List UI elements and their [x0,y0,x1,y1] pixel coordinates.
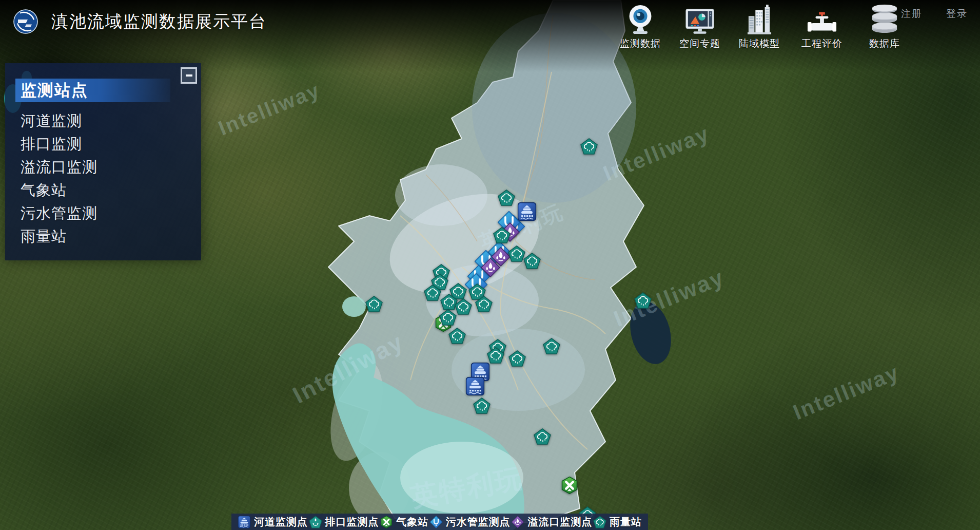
rain-marker[interactable] [508,245,525,262]
panel-item-list: 河道监测 排口监测 溢流口监测 气象站 污水管监测 雨量站 [21,109,201,248]
outfall-monitor-icon [309,516,322,528]
panel-title[interactable]: 监测站点 [15,79,170,102]
rain-marker[interactable] [365,296,383,312]
panel-minimize-button[interactable] [181,67,197,84]
rain-marker[interactable] [634,292,652,309]
minus-icon [186,74,192,77]
monitoring-stations-panel: 监测站点 河道监测 排口监测 溢流口监测 气象站 污水管监测 雨量站 [5,63,201,260]
rain-marker[interactable] [455,298,472,315]
buildings-icon [747,3,772,35]
nav-item-spatial-theme[interactable]: 空间专题 [676,3,723,50]
auth-links: 注册 登录 [901,7,968,21]
rain-marker[interactable] [534,428,551,445]
rain-gauge-icon [593,516,606,528]
rain-marker[interactable] [475,296,493,312]
legend-label: 河道监测点 [254,515,308,529]
rain-marker[interactable] [498,190,515,206]
legend-label: 气象站 [396,515,428,529]
app-window: Intelliway英特利玩IntelliwayIntelliway英特利玩In… [0,0,980,530]
brand: 滇池流域监测数据展示平台 [13,9,267,34]
nav-label: 空间专题 [679,37,720,50]
legend-item-outfall[interactable]: 排口监测点 [309,515,379,529]
legend-label: 溢流口监测点 [527,515,592,529]
legend-item-river[interactable]: 河道监测点 [238,515,308,529]
main-nav: 监测数据 空间专题 [617,3,908,50]
nav-item-monitor-data[interactable]: 监测数据 [617,3,664,50]
legend-item-weather[interactable]: 气象站 [380,515,428,529]
platform-logo-icon [13,9,38,34]
rain-marker[interactable] [580,138,598,155]
sidebar-item-rain-station[interactable]: 雨量站 [21,225,201,248]
nav-label: 工程评价 [801,37,842,50]
river-marker[interactable] [466,377,485,396]
river-monitor-icon [238,516,251,528]
sidebar-item-sewage-monitoring[interactable]: 污水管监测 [21,202,201,225]
rain-marker[interactable] [543,338,560,354]
sidebar-item-outfall-monitoring[interactable]: 排口监测 [21,132,201,156]
database-icon [871,3,898,35]
rain-marker[interactable] [523,253,541,269]
legend-item-sewage[interactable]: 污水管监测点 [429,515,511,529]
nav-label: 监测数据 [620,37,661,50]
nav-label: 数据库 [869,37,900,50]
sidebar-item-overflow-monitoring[interactable]: 溢流口监测 [21,156,201,179]
legend-label: 排口监测点 [325,515,379,529]
register-link[interactable]: 注册 [901,7,923,21]
page-title: 滇池流域监测数据展示平台 [51,10,267,33]
rain-marker[interactable] [493,227,511,243]
legend-label: 污水管监测点 [446,515,511,529]
rain-marker[interactable] [424,285,441,301]
rain-marker[interactable] [473,398,491,414]
webcam-icon [626,3,655,35]
river-marker[interactable] [518,202,537,221]
monitor-chart-icon [685,3,715,35]
sidebar-item-weather-station[interactable]: 气象站 [21,179,201,202]
nav-label: 陆域模型 [739,37,780,50]
login-link[interactable]: 登录 [946,7,968,21]
map-legend-bar: 河道监测点 排口监测点 气象站 污水管监测点 溢流口监测点 雨量站 [231,514,648,530]
valve-icon [807,3,837,35]
legend-label: 雨量站 [610,515,642,529]
nav-item-project-eval[interactable]: 工程评价 [795,3,849,50]
overflow-marker[interactable] [481,258,500,277]
overflow-outlet-icon [511,516,524,528]
sidebar-item-river-monitoring[interactable]: 河道监测 [21,109,201,132]
rain-marker[interactable] [448,328,466,344]
weather-station-icon [380,516,393,528]
legend-item-rain[interactable]: 雨量站 [593,515,642,529]
weather-marker[interactable] [561,477,579,495]
rain-marker[interactable] [508,350,526,367]
rain-marker[interactable] [487,347,504,364]
sewage-pipe-icon [429,516,443,528]
rain-marker[interactable] [439,309,457,326]
nav-item-land-model[interactable]: 陆域模型 [736,3,783,50]
legend-item-overflow[interactable]: 溢流口监测点 [511,515,592,529]
